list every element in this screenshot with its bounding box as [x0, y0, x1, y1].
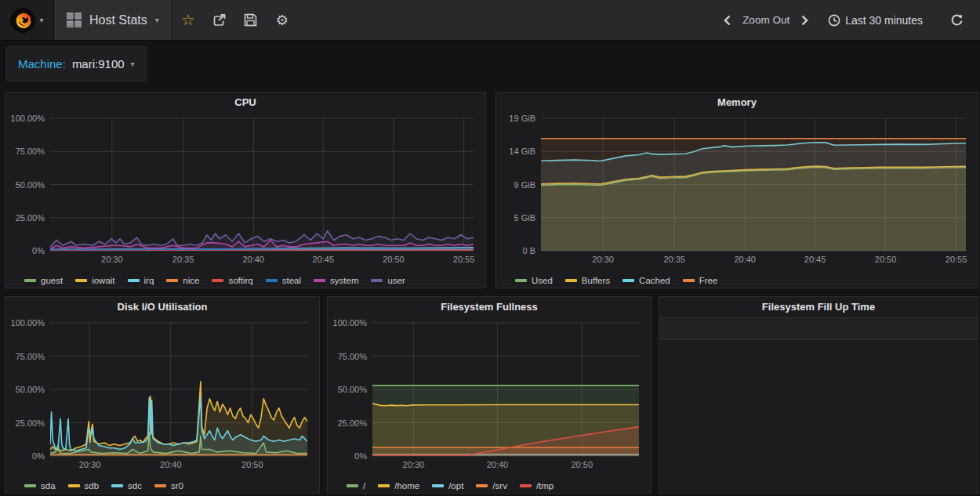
legend-item-sdb[interactable]: sdb: [68, 481, 100, 491]
legend-item-iowait[interactable]: iowait: [75, 276, 114, 285]
legend-color-swatch: [24, 484, 36, 487]
panel-title-memory[interactable]: Memory: [496, 92, 978, 111]
save-dashboard-button[interactable]: [235, 0, 267, 40]
machine-variable-dropdown[interactable]: Machine: mari:9100 ▾: [6, 46, 147, 81]
save-icon: [244, 13, 257, 27]
legend-item-sda[interactable]: sda: [24, 481, 56, 491]
legend-color-swatch: [154, 484, 166, 487]
legend-color-swatch: [266, 279, 278, 282]
legend-item-srv[interactable]: /srv: [476, 481, 507, 491]
legend-color-swatch: [520, 484, 532, 487]
time-range-picker[interactable]: Last 30 minutes: [820, 14, 931, 27]
svg-text:20:35: 20:35: [172, 255, 194, 264]
svg-text:20:35: 20:35: [663, 255, 685, 264]
panel-cpu: CPU 100.00%75.00%50.00%25.00%0%20:3020:3…: [5, 92, 486, 288]
svg-text:25.00%: 25.00%: [338, 418, 368, 428]
legend-item-Used[interactable]: Used: [515, 276, 553, 285]
svg-text:20:40: 20:40: [487, 460, 509, 469]
legend-item-Buffers[interactable]: Buffers: [565, 276, 610, 285]
legend-item-guest[interactable]: guest: [24, 276, 63, 285]
legend-label: iowait: [92, 276, 114, 285]
legend-item-Free[interactable]: Free: [683, 276, 718, 285]
settings-button[interactable]: ⚙: [267, 0, 298, 40]
svg-text:20:45: 20:45: [804, 255, 826, 264]
svg-text:0%: 0%: [354, 451, 367, 461]
memory-chart[interactable]: 19 GiB14 GiB9 GiB5 GiB0 B20:3020:3520:40…: [496, 111, 978, 270]
cpu-chart[interactable]: 100.00%75.00%50.00%25.00%0%20:3020:3520:…: [5, 111, 485, 270]
legend-item-steal[interactable]: steal: [266, 276, 301, 285]
table-header-row: [659, 317, 978, 340]
share-dashboard-button[interactable]: [204, 0, 235, 40]
legend-label: steal: [282, 276, 301, 285]
legend-item-irq[interactable]: irq: [128, 276, 154, 285]
svg-text:100.00%: 100.00%: [11, 318, 45, 328]
legend-label: /home: [394, 481, 419, 491]
legend-color-swatch: [476, 484, 488, 487]
dashboard-caret-icon: ▾: [155, 16, 159, 24]
svg-text:19 GiB: 19 GiB: [509, 114, 535, 123]
refresh-button[interactable]: [943, 0, 971, 40]
legend-label: nice: [183, 276, 199, 285]
chevron-left-icon: [724, 15, 731, 26]
gear-icon: ⚙: [276, 12, 289, 29]
legend-color-swatch: [166, 279, 178, 282]
legend-item-tmp[interactable]: /tmp: [520, 481, 554, 491]
legend-item-user[interactable]: user: [371, 276, 405, 285]
legend-item-sr0[interactable]: sr0: [154, 481, 183, 491]
legend-item-opt[interactable]: /opt: [432, 481, 463, 491]
svg-text:100.00%: 100.00%: [11, 114, 45, 123]
legend-item-home[interactable]: /home: [378, 481, 419, 491]
star-dashboard-button[interactable]: ☆: [172, 0, 204, 40]
panel-title-disk-io[interactable]: Disk I/O Utilisation: [5, 297, 319, 316]
time-range-label: Last 30 minutes: [845, 14, 923, 27]
time-forward-button[interactable]: [794, 0, 815, 40]
panel-title-cpu[interactable]: CPU: [5, 92, 485, 111]
svg-text:9 GiB: 9 GiB: [514, 180, 535, 190]
legend-item-[interactable]: /: [347, 481, 365, 491]
legend-label: Free: [699, 276, 718, 285]
legend-color-swatch: [565, 279, 577, 282]
legend-label: guest: [41, 276, 63, 285]
dashboard-title: Host Stats: [89, 13, 147, 27]
legend-label: Cached: [639, 276, 670, 285]
legend-color-swatch: [515, 279, 527, 282]
legend-color-swatch: [128, 279, 140, 282]
chevron-right-icon: [801, 15, 808, 26]
navbar: ▾ Host Stats ▾ ☆ ⚙: [0, 0, 980, 41]
zoom-out-button[interactable]: Zoom Out: [742, 14, 789, 26]
legend-color-swatch: [347, 484, 358, 487]
legend-color-swatch: [68, 484, 80, 487]
legend-item-sdc[interactable]: sdc: [111, 481, 142, 491]
variable-label: Machine:: [18, 57, 66, 71]
dashboard-actions: ☆ ⚙: [172, 0, 298, 40]
legend-label: Used: [532, 276, 553, 285]
dashboard-picker[interactable]: Host Stats ▾: [54, 0, 172, 40]
time-controls: Zoom Out Last 30 minutes: [717, 0, 980, 40]
filesystem-fullness-chart[interactable]: 100.00%75.00%50.00%25.00%0%20:3020:4020:…: [328, 316, 651, 476]
svg-text:20:40: 20:40: [734, 255, 756, 264]
legend-label: sdc: [128, 481, 142, 491]
svg-text:50.00%: 50.00%: [16, 180, 45, 190]
legend-item-Cached[interactable]: Cached: [622, 276, 670, 285]
panel-title-filesystem-fullness[interactable]: Filesystem Fullness: [328, 297, 651, 316]
refresh-icon: [950, 13, 964, 27]
grafana-logo-button[interactable]: ▾: [0, 0, 54, 40]
legend-item-system[interactable]: system: [314, 276, 358, 285]
filesystem-fullness-legend: //home/opt/srv/tmp: [328, 476, 651, 496]
svg-text:75.00%: 75.00%: [16, 147, 45, 156]
svg-text:100.00%: 100.00%: [333, 318, 368, 328]
time-back-button[interactable]: [717, 0, 738, 40]
legend-item-nice[interactable]: nice: [166, 276, 199, 285]
clock-icon: [828, 14, 840, 27]
legend-color-swatch: [683, 279, 695, 282]
svg-text:0 B: 0 B: [522, 246, 535, 255]
variable-value: mari:9100: [72, 57, 125, 71]
panel-filesystem-fill-up-time: Filesystem Fill Up Time: [659, 296, 978, 494]
disk-io-chart[interactable]: 100.00%75.00%50.00%25.00%0%20:3020:4020:…: [5, 316, 319, 476]
legend-label: system: [330, 276, 358, 285]
legend-label: Buffers: [582, 276, 610, 285]
svg-text:20:50: 20:50: [571, 460, 593, 469]
svg-text:25.00%: 25.00%: [16, 418, 45, 428]
panel-title-filesystem-fill-up-time[interactable]: Filesystem Fill Up Time: [659, 297, 978, 316]
legend-item-softirq[interactable]: softirq: [212, 276, 252, 285]
